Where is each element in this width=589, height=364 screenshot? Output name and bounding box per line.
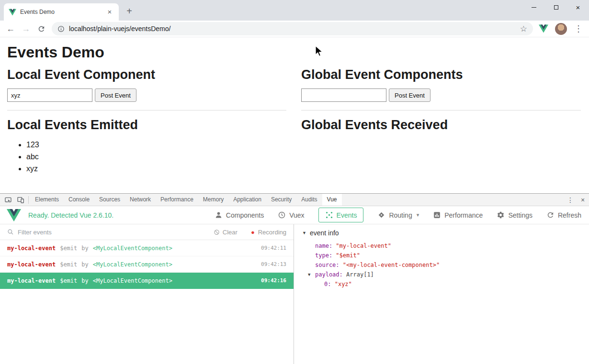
reload-button[interactable]: [34, 22, 48, 35]
recording-toggle[interactable]: ● Recording: [251, 229, 286, 236]
chevron-down-icon: ▾: [417, 212, 419, 218]
divider: [301, 110, 581, 110]
vue-devtools-toolbar: Ready. Detected Vue 2.6.10. Components V…: [0, 206, 589, 224]
vue-logo-icon: [7, 209, 21, 221]
events-dots-icon: [325, 211, 333, 219]
devtools-tab-console[interactable]: Console: [64, 194, 94, 206]
local-events-emitted-heading: Local Events Emitted: [7, 118, 286, 132]
page-title: Events Demo: [0, 37, 589, 61]
devtools-tab-security[interactable]: Security: [266, 194, 296, 206]
devtools-menu-icon[interactable]: ⋮: [564, 196, 577, 204]
devtools-panel: Elements Console Sources Network Perform…: [0, 193, 589, 364]
vue-refresh-button[interactable]: Refresh: [546, 211, 581, 219]
devtools-tab-elements[interactable]: Elements: [30, 194, 64, 206]
url-text: localhost/plain-vuejs/eventsDemo/: [69, 25, 516, 33]
devtools-tab-audits[interactable]: Audits: [296, 194, 322, 206]
devtools-tab-vue[interactable]: Vue: [322, 194, 342, 206]
tab-close-icon[interactable]: ×: [105, 8, 114, 16]
list-item: abc: [26, 151, 286, 163]
devtools-tab-performance[interactable]: Performance: [156, 194, 198, 206]
global-events-received-heading: Global Events Received: [301, 118, 581, 132]
vue-tab-components[interactable]: Components: [215, 211, 264, 219]
events-list-pane: Clear ● Recording my-local-event $emit b…: [0, 224, 294, 364]
caret-down-icon: ▼: [308, 270, 310, 279]
event-info-field: source"<my-local-event-component>": [315, 260, 584, 270]
refresh-icon: [546, 211, 555, 219]
list-item: 123: [26, 139, 286, 151]
bookmark-star-icon[interactable]: ☆: [520, 24, 527, 34]
local-events-list: 123 abc xyz: [7, 139, 286, 175]
page-content: Events Demo Local Event Component Post E…: [0, 37, 589, 193]
forward-button[interactable]: →: [19, 22, 33, 35]
history-clock-icon: [278, 211, 286, 219]
vue-tab-performance[interactable]: Performance: [433, 211, 483, 219]
close-window-button[interactable]: ×: [567, 0, 589, 14]
vue-tab-settings[interactable]: Settings: [497, 211, 532, 219]
local-event-heading: Local Event Component: [7, 67, 286, 82]
new-tab-button[interactable]: +: [123, 5, 136, 18]
search-icon: [7, 229, 14, 235]
record-dot-icon: ●: [251, 229, 255, 235]
minimize-button[interactable]: [523, 0, 545, 14]
maximize-icon: [554, 5, 558, 10]
minimize-icon: [532, 7, 536, 8]
list-item: xyz: [26, 163, 286, 175]
separator: [28, 196, 29, 204]
profile-avatar[interactable]: [555, 23, 567, 35]
global-event-input[interactable]: [301, 88, 386, 102]
devtools-tab-network[interactable]: Network: [125, 194, 156, 206]
person-icon: [215, 211, 223, 219]
event-info-field: type"$emit": [315, 251, 584, 260]
local-event-column: Local Event Component Post Event Local E…: [0, 63, 294, 175]
devtools-tab-application[interactable]: Application: [228, 194, 266, 206]
global-post-event-button[interactable]: Post Event: [389, 88, 430, 102]
caret-down-icon: ▼: [302, 231, 306, 235]
payload-item: 0"xyz": [324, 279, 584, 289]
event-info-payload[interactable]: ▼ payloadArray[1]: [315, 270, 584, 279]
event-info-header[interactable]: ▼ event info: [302, 229, 584, 237]
devtools-tab-sources[interactable]: Sources: [94, 194, 125, 206]
window-controls: ×: [523, 0, 589, 14]
filter-events-input[interactable]: [18, 229, 210, 236]
inspect-element-icon[interactable]: [2, 194, 14, 206]
vue-tab-routing[interactable]: Routing ▾: [377, 211, 419, 219]
browser-tab[interactable]: Events Demo ×: [4, 3, 119, 21]
event-info-field: name"my-local-event": [315, 241, 584, 251]
devtools-close-icon[interactable]: ×: [577, 196, 589, 204]
vue-devtools-extension-icon[interactable]: [537, 24, 550, 33]
vue-favicon-icon: [9, 9, 16, 16]
event-row-selected[interactable]: my-local-event $emit by <MyLocalEventCom…: [0, 273, 294, 289]
vue-tab-events[interactable]: Events: [318, 208, 364, 222]
events-filter-bar: Clear ● Recording: [0, 224, 294, 240]
gear-icon: [497, 211, 505, 219]
devtools-tab-memory[interactable]: Memory: [198, 194, 228, 206]
browser-navbar: ← → localhost/plain-vuejs/eventsDemo/ ☆ …: [0, 21, 589, 37]
maximize-button[interactable]: [545, 0, 567, 14]
browser-titlebar: Events Demo × + ×: [0, 0, 589, 21]
device-toolbar-icon[interactable]: [14, 194, 27, 206]
browser-menu-icon[interactable]: ⋮: [572, 22, 585, 35]
global-event-heading: Global Event Components: [301, 67, 581, 82]
event-row[interactable]: my-local-event $emit by <MyLocalEventCom…: [0, 240, 294, 256]
back-button[interactable]: ←: [4, 22, 17, 35]
page-info-icon[interactable]: [57, 25, 65, 33]
global-event-column: Global Event Components Post Event Globa…: [294, 63, 589, 175]
circle-slash-icon: [214, 229, 220, 235]
vue-status-text: Ready. Detected Vue 2.6.10.: [28, 211, 113, 219]
tab-title: Events Demo: [20, 9, 102, 15]
event-inspector-pane: ▼ event info name"my-local-event" type"$…: [294, 224, 589, 364]
clear-events-button[interactable]: Clear: [214, 229, 238, 236]
local-post-event-button[interactable]: Post Event: [95, 88, 136, 102]
address-bar[interactable]: localhost/plain-vuejs/eventsDemo/ ☆: [52, 22, 533, 35]
local-event-input[interactable]: [7, 88, 92, 102]
devtools-tabbar: Elements Console Sources Network Perform…: [0, 194, 589, 206]
bar-chart-icon: [433, 211, 441, 219]
event-row[interactable]: my-local-event $emit by <MyLocalEventCom…: [0, 256, 294, 273]
divider: [7, 110, 286, 110]
vue-tab-vuex[interactable]: Vuex: [278, 211, 304, 219]
routing-diamond-icon: [377, 211, 385, 219]
